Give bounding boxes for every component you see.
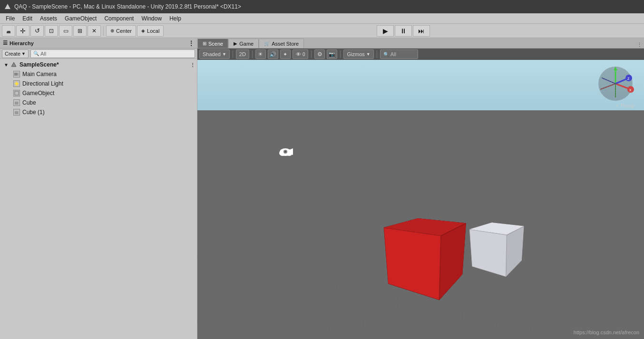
gizmos-button[interactable]: Gizmos ▼ [343,49,373,59]
svg-marker-0 [5,4,10,9]
hierarchy-item-cube-1[interactable]: Cube (1) [0,107,197,117]
hierarchy-item-cube[interactable]: Cube [0,98,197,107]
menu-help[interactable]: Help [166,14,185,23]
gameobject-label: GameObject [22,90,54,97]
scene-tab-grid-icon: ⊞ [203,41,206,46]
gizmo-z-label: z [627,76,630,81]
unity-logo-icon [4,3,11,10]
hierarchy-content: ▼ SampleScene* ⋮ Main Camer [0,59,197,339]
svg-rect-10 [15,102,18,105]
audio-icon: 🔊 [270,51,276,58]
menu-assets[interactable]: Assets [36,14,61,23]
step-icon: ⏭ [418,27,425,35]
tab-scene[interactable]: ⊞ Scene [197,39,228,48]
audio-toggle-button[interactable]: 🔊 [268,49,278,59]
shading-mode-button[interactable]: Shaded ▼ [199,49,230,59]
scene-expand-arrow: ▼ [4,62,9,68]
transform-tool-button[interactable]: ⊞ [73,25,87,37]
step-button[interactable]: ⏭ [413,25,430,37]
center-pivot-button[interactable]: ⊕ Center [106,25,136,37]
play-icon: ▶ [383,27,388,35]
lighting-toggle-button[interactable]: ☀ [255,49,266,59]
scene-toolbar-sep-1 [233,50,233,58]
pause-button[interactable]: ⏸ [395,25,412,37]
scene-root-item[interactable]: ▼ SampleScene* ⋮ [0,60,197,69]
menu-gameobject[interactable]: GameObject [61,14,100,23]
local-global-button[interactable]: ◈ Local [137,25,164,37]
effects-toggle-button[interactable]: ✦ [280,49,291,59]
scene-search-icon: 🔍 [383,52,389,57]
hierarchy-search-placeholder: All [40,51,46,57]
move-icon: ✛ [20,27,26,35]
svg-point-21 [284,151,286,153]
camera-item-icon [13,71,20,77]
create-dropdown-icon: ▼ [21,51,26,56]
gizmos-label: Gizmos [347,51,364,57]
hierarchy-options-icon[interactable]: ⋮ [188,40,194,47]
cube-item-icon [13,99,20,106]
scene-icon [10,61,17,68]
2d-toggle-button[interactable]: 2D [236,49,249,59]
local-label: Local [147,28,159,34]
scene-settings-button[interactable]: ⚙ [314,49,325,59]
scale-tool-button[interactable]: ⊡ [45,25,58,37]
menu-edit[interactable]: Edit [19,14,36,23]
scene-menu-icon[interactable]: ⋮ [190,62,195,68]
gizmos-dropdown-icon: ▼ [366,52,371,57]
tab-game[interactable]: ▶ Game [228,39,259,48]
scene-search-box[interactable]: 🔍 All [380,49,418,59]
scene-toolbar-sep-4 [340,50,341,58]
scene-toolbar-sep-5 [377,50,377,58]
svg-marker-15 [18,111,19,114]
hierarchy-header: ☰ Hierarchy ⋮ [0,38,197,48]
viewport[interactable]: x z < Persp https://blog.csdn.net/afreco… [197,60,644,339]
custom-tool-button[interactable]: ✕ [88,25,101,37]
viewport-gizmo[interactable]: x z [596,65,634,103]
tab-asset-store[interactable]: 🛒 Asset Store [259,39,304,48]
custom-icon: ✕ [92,28,97,34]
2d-label: 2D [239,51,246,57]
rect-tool-button[interactable]: ▭ [59,25,72,37]
camera-scene-icon: 📷 [329,51,335,58]
rotate-tool-button[interactable]: ↺ [30,25,44,37]
menu-window[interactable]: Window [137,14,166,23]
hierarchy-item-directional-light[interactable]: Directional Light [0,79,197,88]
visibility-count-button[interactable]: 👁 0 [293,49,309,59]
shading-mode-label: Shaded [203,51,221,57]
title-bar: QAQ - SampleScene - PC, Mac & Linux Stan… [0,0,644,13]
scene-panel: ⊞ Scene ▶ Game 🛒 Asset Store ⋮ Shaded ▼ … [197,38,644,339]
main-camera-label: Main Camera [22,71,57,77]
move-tool-button[interactable]: ✛ [16,25,29,37]
create-button[interactable]: Create ▼ [2,49,29,58]
asset-store-tab-label: Asset Store [272,41,299,47]
hand-tool-button[interactable] [2,25,15,37]
hierarchy-item-gameobject[interactable]: GameObject [0,88,197,98]
svg-rect-9 [15,91,19,95]
svg-marker-1 [11,62,16,67]
game-tab-icon: ▶ [234,41,237,46]
scene-tab-options[interactable]: ⋮ [635,42,644,48]
hierarchy-search[interactable]: 🔍 All [30,49,195,58]
svg-rect-2 [14,73,18,76]
sun-icon: ☀ [258,51,263,58]
hierarchy-title: Hierarchy [10,40,34,46]
svg-marker-3 [18,72,19,76]
window-title: QAQ - SampleScene - PC, Mac & Linux Stan… [14,3,241,10]
camera-settings-button[interactable]: 📷 [327,49,337,59]
white-cube-object [479,227,517,265]
persp-label[interactable]: < Persp [616,103,634,108]
red-cube-object [399,225,456,282]
hierarchy-menu-icon: ☰ [3,40,8,46]
hierarchy-item-main-camera[interactable]: Main Camera [0,69,197,79]
menu-component[interactable]: Component [100,14,137,23]
light-item-icon [13,80,20,87]
menu-bar: File Edit Assets GameObject Component Wi… [0,13,644,24]
svg-point-4 [15,82,18,85]
center-icon: ⊕ [110,28,114,33]
toolbar: ✛ ↺ ⊡ ▭ ⊞ ✕ ⊕ Center ◈ Local ▶ ⏸ ⏭ [0,24,644,38]
watermark: https://blog.csdn.net/afrecon [574,329,639,335]
play-button[interactable]: ▶ [377,25,394,37]
menu-file[interactable]: File [2,14,19,23]
directional-light-label: Directional Light [22,80,63,87]
scene-camera-object [278,144,297,161]
